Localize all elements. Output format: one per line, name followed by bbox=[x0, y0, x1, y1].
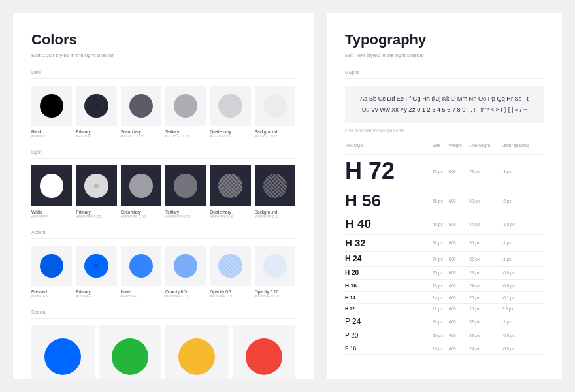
type-size: 12 px bbox=[433, 304, 449, 314]
swatch-chip bbox=[210, 246, 250, 286]
swatch-name: Tertiary bbox=[165, 129, 206, 134]
type-sample: H 40 bbox=[345, 214, 433, 235]
glyph-line-2: Uu Vv Ww Xx Yy Zz 0 1 2 3 4 5 6 7 8 9 . … bbox=[352, 105, 537, 116]
color-swatch bbox=[233, 325, 296, 379]
swatch-circle bbox=[129, 174, 153, 197]
swatch-circle bbox=[84, 94, 108, 118]
swatch-circle bbox=[178, 338, 215, 375]
col-size: Size bbox=[433, 143, 449, 155]
type-weight: 600 bbox=[449, 188, 470, 214]
type-letter: -0.8 px bbox=[502, 280, 544, 292]
colors-title: Colors bbox=[31, 31, 295, 48]
color-swatch: Background#FFFFFF 0.1 bbox=[255, 165, 295, 218]
swatch-row: Pressed#005CE5Primary#0068FFHover#3385FF… bbox=[31, 246, 295, 298]
swatch-circle bbox=[218, 94, 242, 118]
swatch-code: #0068FF 0.10 bbox=[255, 294, 295, 298]
color-swatch: Quaternary#FFFFFF 0.2 bbox=[210, 165, 250, 218]
swatch-code: #FFFFFF 0.1 bbox=[255, 214, 295, 218]
color-group-label: Light bbox=[31, 150, 295, 154]
swatch-circle bbox=[84, 174, 108, 197]
swatch-circle bbox=[84, 254, 108, 278]
swatch-code: #0068FF 0.5 bbox=[165, 294, 206, 298]
swatch-chip bbox=[165, 246, 206, 286]
group-separator bbox=[31, 238, 295, 239]
swatch-row: White#FFFFFFPrimary#FFFFFF 0.83Secondary… bbox=[31, 165, 295, 218]
color-swatch: Tertiary#FFFFFF 0.35 bbox=[165, 165, 206, 218]
swatch-circle bbox=[218, 254, 242, 278]
type-size: 14 px bbox=[433, 292, 449, 304]
swatch-name: Primary bbox=[76, 289, 116, 294]
type-line: 24 px bbox=[469, 342, 502, 355]
type-size: 56 px bbox=[433, 188, 449, 214]
swatch-circle bbox=[112, 338, 148, 375]
swatch-name: Tertiary bbox=[165, 210, 206, 214]
type-sample: P 20 bbox=[345, 329, 433, 342]
type-line: 72 px bbox=[469, 155, 502, 188]
type-row: H 2020 px60028 px-0.8 px bbox=[345, 267, 544, 280]
color-swatch: Hover#3385FF bbox=[121, 246, 161, 298]
color-group-label: Accent bbox=[31, 230, 295, 235]
swatch-code: #272837 0.75 bbox=[121, 134, 161, 138]
swatch-name: Background bbox=[255, 129, 295, 134]
type-line: 16 px bbox=[469, 304, 502, 314]
swatch-circle bbox=[129, 94, 153, 118]
type-weight: 600 bbox=[449, 235, 470, 252]
colors-panel: Colors Edit Color styles in the right si… bbox=[13, 13, 314, 379]
swatch-code: #272837 0.2 bbox=[210, 134, 250, 138]
type-weight: 600 bbox=[449, 267, 470, 280]
color-swatch: Opacity 0.5#0068FF 0.5 bbox=[165, 246, 206, 298]
color-swatch: Black#000000 bbox=[31, 86, 72, 138]
swatch-chip bbox=[121, 86, 161, 126]
swatch-name: Black bbox=[31, 129, 72, 134]
swatch-circle bbox=[40, 254, 63, 278]
type-sample: H 72 bbox=[345, 155, 433, 188]
swatch-name: White bbox=[31, 210, 72, 214]
type-letter: 0.3 px bbox=[502, 304, 544, 314]
col-weight: Weight bbox=[449, 143, 470, 155]
type-weight: 600 bbox=[449, 214, 470, 235]
color-swatch: Quaternary#272837 0.2 bbox=[210, 86, 250, 138]
colors-subtitle: Edit Color styles in the right sidebar bbox=[31, 52, 295, 58]
swatch-chip bbox=[121, 246, 161, 286]
type-size: 16 px bbox=[433, 342, 449, 355]
typography-title: Typography bbox=[345, 31, 544, 48]
swatch-name: Primary bbox=[76, 210, 116, 214]
type-letter: -1 px bbox=[502, 252, 544, 267]
type-row: P 2020 px40028 px-0.8 px bbox=[345, 329, 544, 342]
type-size: 16 px bbox=[433, 280, 449, 292]
type-row: H 1616 px60024 px-0.8 px bbox=[345, 280, 544, 292]
swatch-code: #FFFFFF 0.83 bbox=[76, 214, 116, 218]
swatch-circle bbox=[263, 254, 287, 278]
swatch-chip bbox=[255, 165, 295, 206]
type-line: 24 px bbox=[469, 280, 502, 292]
swatch-circle bbox=[40, 174, 63, 197]
type-row: H 3232 px60036 px-1 px bbox=[345, 235, 544, 252]
type-size: 72 px bbox=[433, 155, 449, 188]
glyph-line-1: Aa Bb Cc Dd Ee Ff Gg Hh Ii Jj Kk Ll Mm N… bbox=[352, 93, 537, 105]
swatch-code: #0068FF bbox=[76, 294, 116, 298]
color-swatch bbox=[165, 325, 229, 379]
glyph-source-note: Free font Inter by Google Fonts bbox=[345, 128, 544, 133]
color-swatch: Primary#FFFFFF 0.83 bbox=[76, 165, 116, 218]
swatch-name: Quaternary bbox=[210, 210, 250, 214]
color-swatch: Secondary#FFFFFF 0.55 bbox=[121, 165, 161, 218]
swatch-name: Secondary bbox=[121, 129, 161, 134]
type-row: P 1616 px40024 px-0.8 px bbox=[345, 342, 544, 355]
swatch-chip bbox=[233, 325, 296, 379]
swatch-name: Opacity 0.5 bbox=[165, 289, 206, 294]
glyphs-label: Glyphs bbox=[345, 70, 544, 74]
swatch-code: #005CE5 bbox=[31, 294, 72, 298]
swatch-code: #FFFFFF 0.55 bbox=[121, 214, 161, 218]
swatch-code: #272837 bbox=[76, 134, 116, 138]
type-sample: H 14 bbox=[345, 292, 433, 304]
type-weight: 600 bbox=[449, 280, 470, 292]
swatch-circle bbox=[263, 174, 287, 197]
type-line: 28 px bbox=[469, 267, 502, 280]
type-line: 32 px bbox=[469, 314, 502, 329]
typography-panel: Typography Edit Text styles in the right… bbox=[327, 13, 562, 379]
swatch-circle bbox=[174, 174, 197, 197]
swatch-code: #272837 0.35 bbox=[165, 134, 206, 138]
type-row: H 1414 px60020 px-0.1 px bbox=[345, 292, 544, 304]
type-row: H 4040 px60044 px-1.5 px bbox=[345, 214, 544, 235]
swatch-chip bbox=[76, 246, 116, 286]
